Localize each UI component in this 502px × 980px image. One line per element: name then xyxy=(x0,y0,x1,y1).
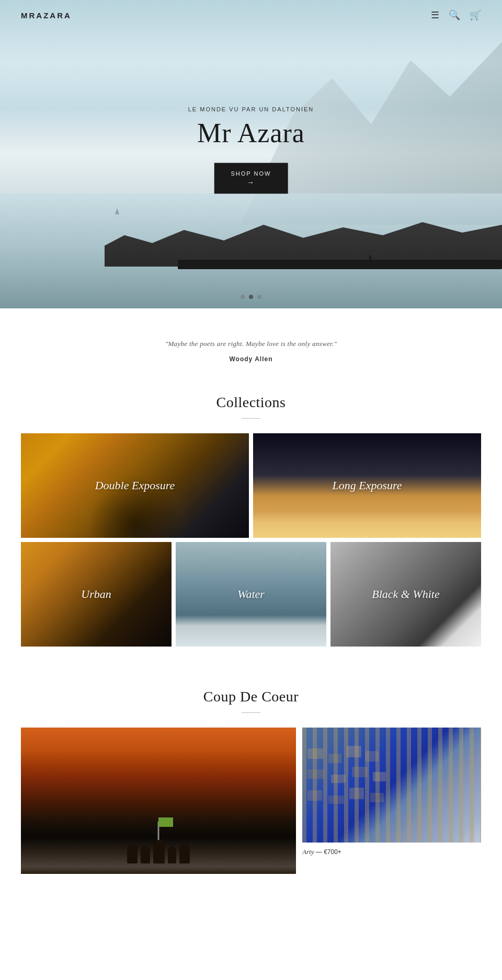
collections-grid-bottom: Urban Water Black & White xyxy=(21,542,481,647)
collection-double-exposure[interactable]: Double Exposure xyxy=(21,433,249,538)
collection-bw[interactable]: Black & White xyxy=(330,542,481,647)
coup-arty-name: Arty xyxy=(302,848,314,856)
svg-rect-0 xyxy=(307,748,323,759)
shop-now-button[interactable]: SHOP NOW → xyxy=(214,163,288,194)
hero-pier xyxy=(178,260,502,269)
flag xyxy=(158,817,173,827)
site-header: MRAZARA ☰ 🔍 🛒 xyxy=(0,0,502,30)
coup-item-arty[interactable]: Arty — €700+ xyxy=(302,728,481,905)
svg-rect-9 xyxy=(328,795,344,804)
svg-rect-5 xyxy=(331,775,346,783)
silhouette-group xyxy=(127,840,190,863)
collections-section: Collections Double Exposure Long Exposur… xyxy=(0,389,502,667)
carousel-dot-3[interactable] xyxy=(257,295,261,299)
carousel-dot-1[interactable] xyxy=(241,295,245,299)
svg-rect-8 xyxy=(307,790,322,801)
svg-rect-2 xyxy=(347,746,361,757)
svg-rect-4 xyxy=(307,769,324,779)
silhouette-4 xyxy=(168,847,176,863)
hero-subtitle: LE MONDE VU PAR UN DALTONIEN xyxy=(188,106,314,112)
quote-section: "Maybe the poets are right. Maybe love i… xyxy=(0,308,502,389)
hero-title: Mr Azara xyxy=(188,118,314,148)
coup-arty-dash: — xyxy=(316,848,324,856)
svg-rect-6 xyxy=(352,767,368,777)
coup-de-coeur-section: Coup De Coeur xyxy=(0,667,502,921)
site-logo[interactable]: MRAZARA xyxy=(21,11,72,20)
collection-water[interactable]: Water xyxy=(176,542,326,647)
double-exposure-people xyxy=(88,475,182,538)
carousel-dots xyxy=(241,295,261,299)
coup-img-main xyxy=(21,728,296,874)
silhouette-3 xyxy=(153,840,165,863)
collection-urban-bg xyxy=(21,542,172,647)
hero-sailboat xyxy=(115,208,119,214)
cart-icon[interactable]: 🛒 xyxy=(470,9,481,21)
svg-rect-7 xyxy=(373,772,386,781)
quote-author: Woody Allen xyxy=(21,355,481,363)
shop-now-label: SHOP NOW xyxy=(231,170,271,177)
menu-icon[interactable]: ☰ xyxy=(431,9,439,21)
coup-item-main[interactable] xyxy=(21,728,296,905)
carousel-dot-2[interactable] xyxy=(249,295,253,299)
svg-rect-3 xyxy=(365,751,379,762)
coup-arty-price: €700+ xyxy=(324,848,341,856)
collections-divider xyxy=(242,418,260,419)
coup-de-coeur-title: Coup De Coeur xyxy=(21,688,481,705)
collection-long-exposure[interactable]: Long Exposure xyxy=(253,433,481,538)
svg-rect-11 xyxy=(370,793,384,802)
hero-section: LE MONDE VU PAR UN DALTONIEN Mr Azara SH… xyxy=(0,0,502,308)
cafe-svg xyxy=(302,728,481,843)
collection-double-exposure-bg xyxy=(21,433,249,538)
coup-de-coeur-divider xyxy=(242,712,260,713)
hero-person xyxy=(369,255,371,262)
collection-urban[interactable]: Urban xyxy=(21,542,172,647)
collections-grid-top: Double Exposure Long Exposure xyxy=(21,433,481,538)
svg-rect-10 xyxy=(349,788,364,799)
silhouette-1 xyxy=(127,843,138,863)
silhouette-5 xyxy=(179,844,190,863)
hero-content: LE MONDE VU PAR UN DALTONIEN Mr Azara SH… xyxy=(188,106,314,194)
collection-bw-bg xyxy=(330,542,481,647)
quote-text: "Maybe the poets are right. Maybe love i… xyxy=(21,340,481,348)
collection-long-exposure-bg xyxy=(253,433,481,538)
shop-now-arrow: → xyxy=(231,178,271,187)
search-icon[interactable]: 🔍 xyxy=(449,9,460,21)
silhouette-2 xyxy=(141,845,150,863)
svg-rect-1 xyxy=(328,754,341,763)
coup-grid: Arty — €700+ xyxy=(21,728,481,905)
collections-title: Collections xyxy=(21,394,481,411)
collection-water-bg xyxy=(176,542,326,647)
coup-img-side xyxy=(302,728,481,843)
coup-arty-caption: Arty — €700+ xyxy=(302,843,481,861)
header-icons: ☰ 🔍 🛒 xyxy=(431,9,481,21)
